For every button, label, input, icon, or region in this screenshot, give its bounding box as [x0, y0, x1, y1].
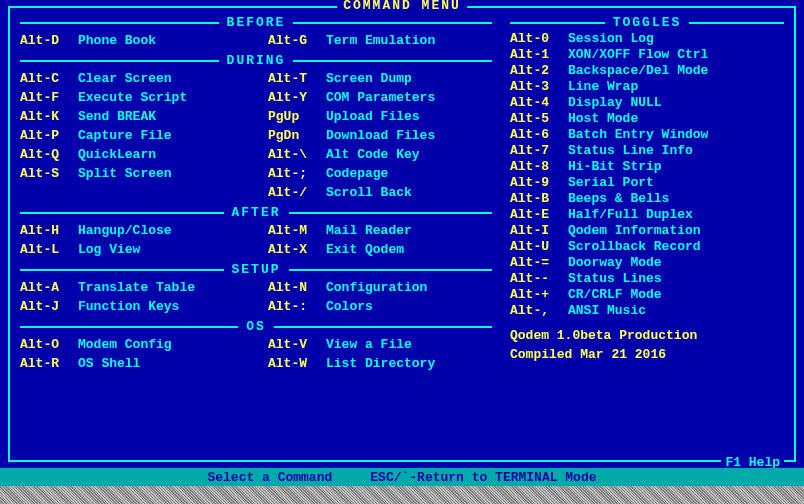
toggle-item[interactable]: Alt-IQodem Information: [510, 224, 784, 237]
toggle-item[interactable]: Alt-,ANSI Music: [510, 304, 784, 317]
menu-item[interactable]: Alt-KSend BREAK: [20, 110, 268, 123]
menu-item[interactable]: Alt-FExecute Script: [20, 91, 268, 104]
menu-item[interactable]: Alt-GTerm Emulation: [268, 34, 492, 47]
section-after: AFTERAlt-HHangup/CloseAlt-MMail ReaderAl…: [20, 206, 492, 259]
key-label: Alt-5: [510, 112, 568, 125]
toggle-item[interactable]: Alt-5Host Mode: [510, 112, 784, 125]
desc-label: Scrollback Record: [568, 240, 784, 253]
section-os: OSAlt-OModem ConfigAlt-VView a FileAlt-R…: [20, 320, 492, 373]
key-label: Alt-Y: [268, 91, 326, 104]
toggle-item[interactable]: Alt-=Doorway Mode: [510, 256, 784, 269]
toggle-item[interactable]: Alt-7Status Line Info: [510, 144, 784, 157]
toggle-item[interactable]: Alt--Status Lines: [510, 272, 784, 285]
menu-item[interactable]: Alt-;Codepage: [268, 167, 492, 180]
desc-label: Mail Reader: [326, 224, 492, 237]
desc-label: Configuration: [326, 281, 492, 294]
desc-label: QuickLearn: [78, 148, 268, 161]
menu-item[interactable]: Alt-:Colors: [268, 300, 492, 313]
desc-label: Send BREAK: [78, 110, 268, 123]
key-label: Alt-W: [268, 357, 326, 370]
menu-item[interactable]: Alt-VView a File: [268, 338, 492, 351]
section-title: DURING: [20, 54, 492, 67]
desc-label: Codepage: [326, 167, 492, 180]
toggle-item[interactable]: Alt-+CR/CRLF Mode: [510, 288, 784, 301]
toggle-item[interactable]: Alt-EHalf/Full Duplex: [510, 208, 784, 221]
desc-label: Modem Config: [78, 338, 268, 351]
toggle-item[interactable]: Alt-9Serial Port: [510, 176, 784, 189]
toggle-item[interactable]: Alt-6Batch Entry Window: [510, 128, 784, 141]
desc-label: Session Log: [568, 32, 784, 45]
section-title: SETUP: [20, 263, 492, 276]
menu-item[interactable]: Alt-WList Directory: [268, 357, 492, 370]
desc-label: Hangup/Close: [78, 224, 268, 237]
desc-label: OS Shell: [78, 357, 268, 370]
key-label: Alt-N: [268, 281, 326, 294]
version-line1: Qodem 1.0beta Production: [510, 327, 784, 346]
menu-item[interactable]: Alt-NConfiguration: [268, 281, 492, 294]
desc-label: Half/Full Duplex: [568, 208, 784, 221]
key-label: Alt-4: [510, 96, 568, 109]
desc-label: Function Keys: [78, 300, 268, 313]
menu-item[interactable]: Alt-YCOM Parameters: [268, 91, 492, 104]
menu-item[interactable]: Alt-ATranslate Table: [20, 281, 268, 294]
desc-label: Screen Dump: [326, 72, 492, 85]
key-label: Alt--: [510, 272, 568, 285]
desc-label: Download Files: [326, 129, 492, 142]
desc-label: ANSI Music: [568, 304, 784, 317]
menu-item[interactable]: Alt-XExit Qodem: [268, 243, 492, 256]
toggle-item[interactable]: Alt-3Line Wrap: [510, 80, 784, 93]
key-label: Alt-,: [510, 304, 568, 317]
toggle-item[interactable]: Alt-UScrollback Record: [510, 240, 784, 253]
key-label: Alt-3: [510, 80, 568, 93]
desc-label: Scroll Back: [326, 186, 492, 199]
toggle-item[interactable]: Alt-8Hi-Bit Strip: [510, 160, 784, 173]
desc-label: Doorway Mode: [568, 256, 784, 269]
key-label: Alt-A: [20, 281, 78, 294]
desc-label: Upload Files: [326, 110, 492, 123]
key-label: Alt-R: [20, 357, 78, 370]
menu-item[interactable]: Alt-OModem Config: [20, 338, 268, 351]
toggle-item[interactable]: Alt-4Display NULL: [510, 96, 784, 109]
toggle-item[interactable]: Alt-1XON/XOFF Flow Ctrl: [510, 48, 784, 61]
right-column: TOGGLES Alt-0Session LogAlt-1XON/XOFF Fl…: [510, 14, 784, 452]
menu-item[interactable]: Alt-QQuickLearn: [20, 148, 268, 161]
key-label: Alt-;: [268, 167, 326, 180]
menu-item[interactable]: Alt-MMail Reader: [268, 224, 492, 237]
menu-item[interactable]: PgDnDownload Files: [268, 129, 492, 142]
key-label: Alt-8: [510, 160, 568, 173]
key-label: Alt-+: [510, 288, 568, 301]
section-setup: SETUPAlt-ATranslate TableAlt-NConfigurat…: [20, 263, 492, 316]
desc-label: CR/CRLF Mode: [568, 288, 784, 301]
menu-item[interactable]: Alt-DPhone Book: [20, 34, 268, 47]
desc-label: Clear Screen: [78, 72, 268, 85]
key-label: Alt-B: [510, 192, 568, 205]
version-info: Qodem 1.0beta Production Compiled Mar 21…: [510, 327, 784, 365]
menu-item[interactable]: Alt-PCapture File: [20, 129, 268, 142]
section-title: BEFORE: [20, 16, 492, 29]
key-label: Alt-=: [510, 256, 568, 269]
section-title-toggles: TOGGLES: [510, 16, 784, 29]
menu-item[interactable]: Alt-\Alt Code Key: [268, 148, 492, 161]
desc-label: XON/XOFF Flow Ctrl: [568, 48, 784, 61]
desc-label: Serial Port: [568, 176, 784, 189]
menu-item[interactable]: Alt-/Scroll Back: [268, 186, 492, 199]
section-before: BEFOREAlt-DPhone BookAlt-GTerm Emulation: [20, 16, 492, 50]
menu-item[interactable]: Alt-ROS Shell: [20, 357, 268, 370]
key-label: Alt-/: [268, 186, 326, 199]
menu-item[interactable]: PgUpUpload Files: [268, 110, 492, 123]
key-label: Alt-T: [268, 72, 326, 85]
key-label: Alt-J: [20, 300, 78, 313]
toggle-item[interactable]: Alt-0Session Log: [510, 32, 784, 45]
menu-item[interactable]: Alt-CClear Screen: [20, 72, 268, 85]
key-label: Alt-C: [20, 72, 78, 85]
toggle-item[interactable]: Alt-BBeeps & Bells: [510, 192, 784, 205]
toggle-item[interactable]: Alt-2Backspace/Del Mode: [510, 64, 784, 77]
menu-item[interactable]: Alt-SSplit Screen: [20, 167, 268, 180]
status-esc-return[interactable]: ESC/`-Return to TERMINAL Mode: [370, 471, 596, 484]
key-label: Alt-7: [510, 144, 568, 157]
menu-item[interactable]: Alt-LLog View: [20, 243, 268, 256]
menu-item[interactable]: Alt-TScreen Dump: [268, 72, 492, 85]
desc-label: Status Lines: [568, 272, 784, 285]
menu-item[interactable]: Alt-HHangup/Close: [20, 224, 268, 237]
menu-item[interactable]: Alt-JFunction Keys: [20, 300, 268, 313]
